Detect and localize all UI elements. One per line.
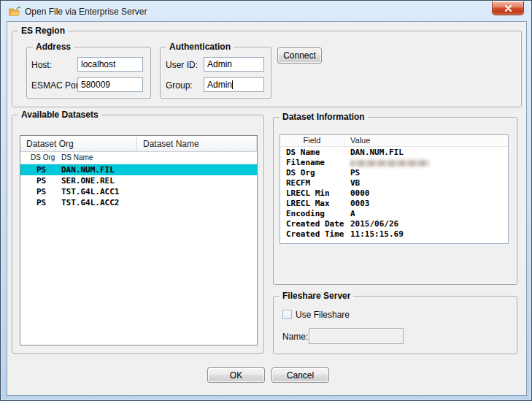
- table-row[interactable]: PS SER.ONE.REL: [20, 175, 257, 186]
- fileshare-server-label: Fileshare Server: [280, 291, 353, 301]
- esmac-port-input[interactable]: 580009: [77, 77, 143, 92]
- table-row-selected[interactable]: PS DAN.NUM.FIL: [20, 164, 257, 175]
- fileshare-name-label: Name:: [282, 332, 308, 342]
- use-fileshare-label: Use Fileshare: [296, 310, 350, 320]
- host-input[interactable]: localhost: [77, 57, 143, 72]
- title-bar[interactable]: Open File via Enterprise Server: [1, 1, 531, 21]
- column-header-dataset-org[interactable]: Dataset Org: [20, 136, 137, 152]
- group-input[interactable]: Admin: [204, 77, 264, 92]
- info-row-ds-org: DS OrgPS: [280, 168, 508, 178]
- fileshare-server-group: Fileshare Server: [273, 296, 517, 354]
- open-file-icon: [8, 6, 21, 17]
- info-row-encoding: EncodingA: [280, 209, 508, 219]
- address-label: Address: [33, 42, 74, 52]
- info-row-created-date: Created Date2015/06/26: [280, 219, 508, 229]
- esmac-port-label: ESMAC Port:: [31, 80, 83, 91]
- subcolumn-ds-name: DS Name: [61, 153, 93, 161]
- info-row-lrecl-min: LRECL Min0000: [280, 188, 508, 199]
- dialog-client-area: ES Region Address Host: localhost ESMAC …: [7, 21, 527, 396]
- fileshare-name-input[interactable]: [309, 328, 404, 344]
- window-title: Open File via Enterprise Server: [25, 7, 147, 17]
- table-row[interactable]: PS TST.G4L.ACC2: [20, 197, 257, 208]
- redacted-filename-value: [350, 160, 429, 167]
- info-table-header: Field Value: [280, 135, 508, 147]
- ok-button[interactable]: OK: [207, 367, 265, 383]
- dataset-information-label: Dataset Information: [280, 112, 368, 122]
- info-rows: DS NameDAN.NUM.FIL Filename DS OrgPS REC…: [280, 148, 508, 240]
- info-row-lrecl-max: LRECL Max0003: [280, 199, 508, 209]
- info-row-filename: Filename: [280, 158, 508, 168]
- dataset-information-table: Field Value DS NameDAN.NUM.FIL Filename …: [280, 134, 509, 244]
- dataset-list-subheader: DS Org DS Name: [20, 152, 257, 164]
- authentication-label: Authentication: [166, 42, 234, 52]
- es-region-label: ES Region: [18, 26, 68, 36]
- column-header-dataset-name[interactable]: Dataset Name: [137, 136, 257, 152]
- connect-button[interactable]: Connect: [277, 47, 322, 64]
- group-label: Group:: [166, 80, 193, 91]
- available-datasets-list: Dataset Org Dataset Name DS Org DS Name …: [20, 135, 258, 345]
- info-row-ds-name: DS NameDAN.NUM.FIL: [280, 148, 508, 158]
- user-id-input[interactable]: Admin: [204, 57, 264, 72]
- close-button[interactable]: [492, 1, 524, 15]
- dataset-list-header: Dataset Org Dataset Name: [20, 136, 257, 152]
- host-label: Host:: [31, 60, 52, 70]
- dataset-rows: PS DAN.NUM.FIL PS SER.ONE.REL PS TST.G4L…: [20, 164, 257, 345]
- table-row[interactable]: PS TST.G4L.ACC1: [20, 186, 257, 197]
- info-row-recfm: RECFMVB: [280, 178, 508, 188]
- info-row-created-time: Created Time11:15:15.69: [280, 229, 508, 240]
- column-header-value: Value: [350, 136, 370, 145]
- subcolumn-ds-org: DS Org: [31, 153, 55, 161]
- column-header-field: Field: [280, 136, 344, 146]
- use-fileshare-checkbox[interactable]: [282, 310, 292, 319]
- text-caret: [232, 80, 233, 89]
- dialog-window: Open File via Enterprise Server ES Regio…: [0, 0, 532, 401]
- available-datasets-label: Available Datasets: [18, 110, 101, 120]
- user-id-label: User ID:: [166, 60, 198, 70]
- cancel-button[interactable]: Cancel: [271, 367, 329, 383]
- close-icon: [504, 5, 512, 12]
